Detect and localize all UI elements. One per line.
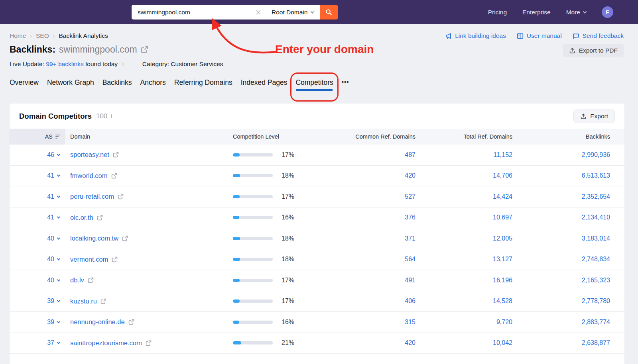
external-link-icon[interactable] bbox=[113, 152, 119, 158]
backlinks-link[interactable]: 6,513,613 bbox=[582, 172, 610, 179]
external-link-icon[interactable] bbox=[118, 194, 124, 200]
total-ref-domains-link[interactable]: 16,196 bbox=[493, 277, 512, 284]
export-to-pdf-button[interactable]: Export to PDF bbox=[563, 44, 624, 57]
domain-link[interactable]: fmworld.com bbox=[70, 172, 108, 180]
external-link-icon[interactable] bbox=[112, 256, 118, 262]
total-ref-domains-link[interactable]: 14,528 bbox=[493, 297, 512, 304]
total-ref-domains-link[interactable]: 12,005 bbox=[493, 235, 512, 242]
table-row: 39nennung-online.de16%3159,7202,883,774 bbox=[10, 312, 624, 333]
header-left: Home › SEO › Backlink Analytics Backlink… bbox=[10, 32, 223, 68]
external-link-icon[interactable] bbox=[146, 340, 152, 346]
external-link-icon[interactable] bbox=[100, 298, 106, 304]
common-ref-domains-link[interactable]: 315 bbox=[405, 319, 415, 325]
common-ref-domains-link[interactable]: 420 bbox=[405, 339, 415, 346]
external-link-icon[interactable] bbox=[111, 173, 117, 179]
breadcrumb-home[interactable]: Home bbox=[10, 32, 26, 39]
column-header-competition-level[interactable]: Competition Level bbox=[227, 133, 319, 140]
backlinks-link[interactable]: 2,748,834 bbox=[582, 256, 610, 262]
nav-link-enterprise[interactable]: Enterprise bbox=[522, 9, 551, 16]
external-link-icon[interactable] bbox=[88, 277, 94, 283]
total-ref-domains-link[interactable]: 10,042 bbox=[493, 339, 512, 346]
info-icon[interactable]: i bbox=[121, 61, 125, 68]
common-ref-domains-link[interactable]: 371 bbox=[405, 235, 415, 242]
common-ref-domains-link[interactable]: 487 bbox=[405, 151, 415, 158]
total-ref-domains-link[interactable]: 11,152 bbox=[493, 151, 512, 158]
as-score-cell[interactable]: 39 bbox=[10, 319, 65, 326]
as-score-cell[interactable]: 40 bbox=[10, 277, 65, 284]
total-ref-domains-link[interactable]: 9,720 bbox=[496, 319, 512, 325]
backlinks-link[interactable]: 2,638,877 bbox=[582, 339, 610, 346]
export-button[interactable]: Export bbox=[573, 110, 615, 123]
as-score-cell[interactable]: 46 bbox=[10, 151, 65, 159]
backlinks-link[interactable]: 2,883,774 bbox=[582, 319, 610, 325]
backlinks-link[interactable]: 2,134,410 bbox=[582, 214, 610, 221]
domain-link[interactable]: sainttropeztourisme.com bbox=[70, 339, 142, 347]
column-header-domain[interactable]: Domain bbox=[65, 133, 227, 140]
backlinks-link[interactable]: 2,352,654 bbox=[582, 193, 610, 200]
link-building-ideas-link[interactable]: Link building ideas bbox=[445, 32, 506, 39]
user-manual-link[interactable]: User manual bbox=[517, 32, 562, 39]
tab-referring-domains[interactable]: Referring Domains bbox=[174, 78, 232, 93]
external-link-icon[interactable] bbox=[122, 235, 128, 241]
external-link-icon[interactable] bbox=[97, 215, 103, 221]
column-header-backlinks[interactable]: Backlinks bbox=[512, 133, 610, 140]
domain-link[interactable]: kuzstu.ru bbox=[70, 297, 97, 305]
backlinks-link[interactable]: 2,778,780 bbox=[582, 297, 610, 304]
as-score-cell[interactable]: 39 bbox=[10, 297, 65, 305]
as-score-cell[interactable]: 41 bbox=[10, 193, 65, 200]
nav-link-more[interactable]: More bbox=[566, 9, 586, 16]
breadcrumb-separator: › bbox=[53, 33, 55, 39]
domain-link[interactable]: vermont.com bbox=[70, 256, 108, 263]
total-ref-domains-link[interactable]: 14,706 bbox=[493, 172, 512, 179]
domain-link[interactable]: db.lv bbox=[70, 276, 84, 284]
utility-links: Link building ideas User manual Send fee… bbox=[445, 32, 624, 39]
tab-network-graph[interactable]: Network Graph bbox=[47, 78, 94, 93]
search-button[interactable] bbox=[320, 5, 338, 20]
as-score-cell[interactable]: 40 bbox=[10, 256, 65, 263]
as-score-cell[interactable]: 37 bbox=[10, 339, 65, 346]
info-icon[interactable]: i bbox=[110, 113, 113, 120]
common-ref-domains-link[interactable]: 406 bbox=[405, 297, 415, 304]
tab-competitors[interactable]: Competitors bbox=[295, 78, 333, 93]
column-header-as[interactable]: AS bbox=[10, 129, 65, 145]
total-ref-domains-link[interactable]: 13,127 bbox=[493, 256, 512, 262]
domain-cell: sporteasy.net bbox=[65, 151, 227, 159]
total-ref-domains-link[interactable]: 10,697 bbox=[493, 214, 512, 221]
more-tabs-icon[interactable]: ••• bbox=[342, 78, 349, 91]
clear-icon[interactable] bbox=[252, 5, 265, 20]
total-ref-domains-link[interactable]: 14,424 bbox=[493, 193, 512, 200]
backlinks-link[interactable]: 2,165,323 bbox=[582, 277, 610, 284]
external-link-icon[interactable] bbox=[141, 46, 148, 53]
send-feedback-link[interactable]: Send feedback bbox=[573, 32, 624, 39]
tab-backlinks[interactable]: Backlinks bbox=[102, 78, 132, 93]
nav-link-pricing[interactable]: Pricing bbox=[488, 9, 507, 16]
domain-link[interactable]: nennung-online.de bbox=[70, 318, 125, 326]
category-label: Category: Customer Services bbox=[142, 61, 223, 68]
search-input[interactable] bbox=[132, 5, 252, 20]
domain-link[interactable]: localking.com.tw bbox=[70, 235, 118, 242]
backlinks-link[interactable]: 2,990,936 bbox=[582, 151, 610, 158]
common-ref-domains-link[interactable]: 420 bbox=[405, 172, 415, 179]
common-ref-domains-link[interactable]: 491 bbox=[405, 277, 415, 284]
scope-select[interactable]: Root Domain bbox=[265, 5, 320, 20]
common-ref-domains-link[interactable]: 564 bbox=[405, 256, 415, 262]
domain-link[interactable]: peru-retail.com bbox=[70, 193, 114, 200]
as-score-cell[interactable]: 41 bbox=[10, 172, 65, 179]
backlinks-link[interactable]: 3,183,014 bbox=[582, 235, 610, 242]
column-header-common-ref-domains[interactable]: Common Ref. Domains bbox=[319, 133, 415, 140]
tab-overview[interactable]: Overview bbox=[10, 78, 39, 93]
breadcrumb-seo[interactable]: SEO bbox=[36, 32, 49, 39]
avatar[interactable]: F bbox=[602, 6, 613, 18]
tab-anchors[interactable]: Anchors bbox=[140, 78, 166, 93]
domain-link[interactable]: oic.or.th bbox=[70, 214, 93, 221]
tab-indexed-pages[interactable]: Indexed Pages bbox=[241, 78, 287, 93]
as-score-cell[interactable]: 40 bbox=[10, 235, 65, 242]
external-link-icon[interactable] bbox=[128, 319, 134, 325]
column-header-total-ref-domains[interactable]: Total Ref. Domains bbox=[415, 133, 512, 140]
domain-link[interactable]: sporteasy.net bbox=[70, 151, 109, 159]
common-ref-domains-link[interactable]: 527 bbox=[405, 193, 415, 200]
backlinks-found-link[interactable]: 99+ backlinks bbox=[46, 61, 83, 68]
competition-percent: 18% bbox=[282, 172, 294, 179]
common-ref-domains-link[interactable]: 376 bbox=[405, 214, 415, 221]
as-score-cell[interactable]: 41 bbox=[10, 214, 65, 221]
